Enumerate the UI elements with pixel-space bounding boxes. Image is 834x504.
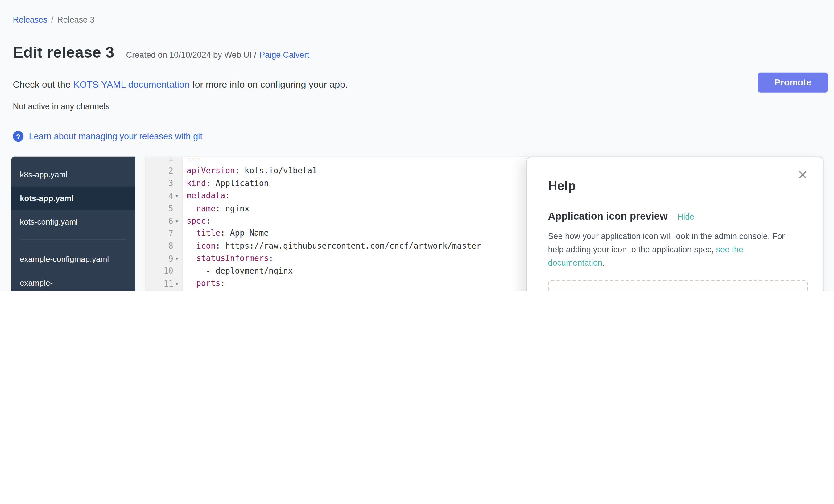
doc-line: Check out the KOTS YAML documentation fo… <box>13 79 348 90</box>
sidebar-item-kots-config-yaml[interactable]: kots-config.yaml <box>11 210 135 233</box>
close-icon[interactable]: ✕ <box>797 169 808 181</box>
kots-yaml-doc-link[interactable]: KOTS YAML documentation <box>73 79 190 90</box>
file-tree-sidebar: k8s-app.yamlkots-app.yamlkots-config.yam… <box>11 157 135 291</box>
breadcrumb-releases-link[interactable]: Releases <box>13 15 47 25</box>
editor-gutter: 1234▾56▾789▾1011▾12▾13141516 <box>146 157 182 291</box>
sidebar-item-k8s-app-yaml[interactable]: k8s-app.yaml <box>11 163 135 187</box>
fold-caret-icon[interactable]: ▾ <box>173 193 181 199</box>
line-number: 7 <box>169 229 173 238</box>
gutter-line: 12▾ <box>146 290 182 291</box>
created-text: Created on 10/10/2024 by Web UI / <box>126 50 256 60</box>
help-panel: ✕ Help Application icon preview Hide See… <box>526 157 823 291</box>
image-placeholder-icon <box>558 290 583 291</box>
gutter-line: 8 <box>146 240 182 253</box>
gutter-line: 11▾ <box>146 277 182 290</box>
gutter-line: 2 <box>146 165 182 178</box>
line-number: 3 <box>169 179 173 189</box>
icon-dropzone[interactable]: Drag and drop your icon or choose a file… <box>548 280 808 291</box>
sidebar-item-example-configmap-yaml[interactable]: example-configmap.yaml <box>11 248 135 271</box>
gutter-line: 1 <box>146 157 182 165</box>
sidebar-item-example-deployment-yaml[interactable]: example-deployment.yaml <box>11 271 135 291</box>
icon-preview-title: Application icon preview <box>548 211 668 222</box>
sidebar-file-list: k8s-app.yamlkots-app.yamlkots-config.yam… <box>11 157 135 233</box>
git-help-label: Learn about managing your releases with … <box>29 131 203 141</box>
release-workspace: k8s-app.yamlkots-app.yamlkots-config.yam… <box>11 157 823 291</box>
line-number: 4 <box>169 191 173 201</box>
author-link[interactable]: Paige Calvert <box>259 50 309 60</box>
fold-caret-icon[interactable]: ▾ <box>173 281 181 287</box>
page-header: Edit release 3 Created on 10/10/2024 by … <box>13 44 309 61</box>
channel-status: Not active in any channels <box>13 102 110 111</box>
description-period: . <box>602 259 605 267</box>
line-number: 6 <box>169 216 173 226</box>
gutter-line: 5 <box>146 202 182 215</box>
line-number: 5 <box>169 204 173 214</box>
git-help-link[interactable]: ? Learn about managing your releases wit… <box>13 131 203 142</box>
promote-button[interactable]: Promote <box>758 73 828 92</box>
hide-link[interactable]: Hide <box>677 212 694 222</box>
description-text: See how your application icon will look … <box>548 232 785 254</box>
question-icon: ? <box>13 131 24 142</box>
gutter-line: 10 <box>146 265 182 278</box>
gutter-line: 4▾ <box>146 190 182 203</box>
breadcrumb-separator: / <box>51 15 53 25</box>
page: Releases / Release 3 Edit release 3 Crea… <box>0 0 834 291</box>
help-title: Help <box>548 179 808 194</box>
line-number: 8 <box>169 241 173 251</box>
doc-suffix: for more info on configuring your app. <box>192 79 348 90</box>
fold-caret-icon[interactable]: ▾ <box>173 218 181 224</box>
gutter-line: 7 <box>146 227 182 240</box>
sidebar-example-list: example-configmap.yamlexample-deployment… <box>11 246 135 291</box>
fold-caret-icon[interactable]: ▾ <box>173 256 181 262</box>
line-number: 9 <box>169 254 173 263</box>
line-number: 10 <box>163 266 173 276</box>
line-number: 2 <box>169 166 173 176</box>
sidebar-divider <box>20 240 127 240</box>
breadcrumb-current: Release 3 <box>57 15 94 25</box>
gutter-line: 6▾ <box>146 215 182 228</box>
sidebar-item-kots-app-yaml[interactable]: kots-app.yaml <box>11 186 135 210</box>
created-info: Created on 10/10/2024 by Web UI / Paige … <box>126 50 309 60</box>
doc-prefix: Check out the <box>13 79 71 90</box>
gutter-line: 3 <box>146 177 182 190</box>
line-number: 11 <box>163 279 173 288</box>
breadcrumb: Releases / Release 3 <box>13 15 95 25</box>
gutter-line: 9▾ <box>146 252 182 265</box>
page-title: Edit release 3 <box>13 44 114 61</box>
icon-preview-description: See how your application icon will look … <box>548 229 799 270</box>
line-number: 1 <box>169 157 173 163</box>
